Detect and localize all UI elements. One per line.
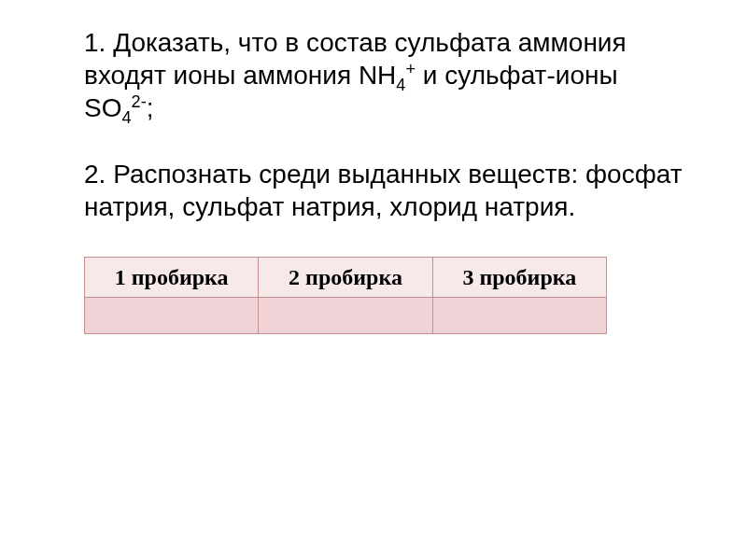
task-1-sup2: 2- [132, 92, 147, 111]
task-1-suffix: ; [147, 93, 154, 122]
test-tube-table: 1 пробирка 2 пробирка 3 пробирка [84, 257, 607, 334]
table-cell-1 [85, 298, 259, 334]
table-header-row: 1 пробирка 2 пробирка 3 пробирка [85, 258, 607, 298]
task-1-sub2: 4 [121, 108, 131, 127]
table-cell-3 [432, 298, 606, 334]
table-row [85, 298, 607, 334]
table-header-2: 2 пробирка [259, 258, 432, 298]
slide: 1. Доказать, что в состав сульфата аммон… [0, 0, 747, 560]
task-1-sup1: + [405, 60, 416, 78]
table-header-1: 1 пробирка [85, 258, 259, 298]
task-1: 1. Доказать, что в состав сульфата аммон… [84, 26, 691, 124]
table-cell-2 [259, 298, 432, 334]
table-header-3: 3 пробирка [432, 258, 606, 298]
task-2-text: 2. Распознать среди выданных веществ: фо… [84, 160, 682, 221]
task-1-sub1: 4 [396, 76, 405, 94]
task-2: 2. Распознать среди выданных веществ: фо… [84, 158, 691, 223]
